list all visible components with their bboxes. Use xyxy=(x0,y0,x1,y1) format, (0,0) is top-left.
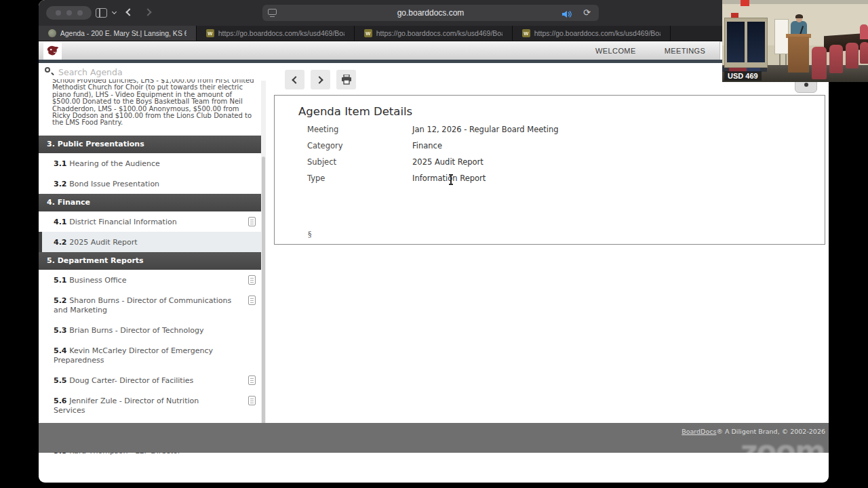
agenda-item-number: 3.1 xyxy=(54,159,69,168)
exit-sign xyxy=(741,0,749,6)
document-icon xyxy=(248,296,256,305)
screen: go.boarddocs.com ⟳ Agenda - 200 E. Mary … xyxy=(0,0,868,488)
detail-field-row: TypeInformation Report xyxy=(307,174,559,183)
zoom-watermark: zoom xyxy=(741,434,825,468)
field-label: Category xyxy=(307,142,412,150)
tab-title: https://go.boarddocs.com/ks/usd469/Board… xyxy=(376,29,503,37)
agenda-item[interactable]: 5.5 Doug Carter- Director of Facilities xyxy=(39,370,262,390)
agenda-item-label: Sharon Burns - Director of Communication… xyxy=(54,296,231,314)
agenda-item-label: Hearing of the Audience xyxy=(69,159,160,168)
card-title: Agenda Item Details xyxy=(298,105,412,118)
podium xyxy=(788,37,809,73)
site-favicon-icon xyxy=(48,29,56,37)
detail-field-row: MeetingJan 12, 2026 - Regular Board Meet… xyxy=(307,125,559,134)
seated-person xyxy=(860,24,868,39)
field-value: Finance xyxy=(412,142,442,150)
reader-view-icon[interactable] xyxy=(268,9,277,15)
search-input[interactable] xyxy=(57,64,247,79)
agenda-item[interactable]: 5.3 Brian Burns - Director of Technology xyxy=(39,320,262,340)
door-glass xyxy=(727,22,745,62)
chevron-down-icon[interactable] xyxy=(112,9,117,14)
red-chair xyxy=(860,42,868,64)
meeting-video-overlay[interactable]: USD 469 xyxy=(722,0,868,82)
document-icon xyxy=(248,217,256,226)
document-icon xyxy=(248,275,256,285)
agenda-item[interactable]: 4.2 2025 Audit Report xyxy=(39,232,262,252)
print-button[interactable] xyxy=(336,70,356,89)
agenda-item[interactable]: 3.1 Hearing of the Audience xyxy=(39,153,262,174)
speaker-hair xyxy=(795,14,803,18)
attachment-glyph[interactable]: § xyxy=(308,230,312,239)
agenda-item-number: 5.3 xyxy=(54,326,69,335)
sidebar-scrollbar-thumb[interactable] xyxy=(262,157,265,439)
forward-icon xyxy=(144,8,151,16)
agenda-item[interactable]: 5.2 Sharon Burns - Director of Communica… xyxy=(39,290,262,320)
red-chair xyxy=(812,47,827,79)
site-nav: WELCOMEMEETINGSAGENDA xyxy=(39,41,829,60)
detail-field-row: Subject2025 Audit Report xyxy=(307,158,559,167)
agenda-list: 3. Public Presentations3.1 Hearing of th… xyxy=(39,136,262,461)
agenda-item-label: Bond Issue Presentation xyxy=(69,180,159,188)
agenda-section-header[interactable]: 3. Public Presentations xyxy=(39,136,262,153)
search-row xyxy=(39,64,262,81)
browser-toolbar: go.boarddocs.com ⟳ xyxy=(39,0,829,26)
agenda-item-number: 4.1 xyxy=(54,218,69,226)
text-cursor xyxy=(450,175,452,184)
district-logo[interactable] xyxy=(43,42,62,60)
agenda-item[interactable]: 5.6 Jennifer Zule - Director of Nutritio… xyxy=(39,390,262,420)
reload-icon[interactable]: ⟳ xyxy=(583,7,591,18)
agenda-item-label: 2025 Audit Report xyxy=(69,238,137,247)
field-value: Jan 12, 2026 - Regular Board Meeting xyxy=(412,125,559,134)
agenda-section-header[interactable]: 5. Department Reports xyxy=(39,252,262,270)
red-chair xyxy=(829,45,843,73)
nav-link-welcome[interactable]: WELCOME xyxy=(581,41,650,60)
detail-field-row: CategoryFinance xyxy=(307,142,559,150)
agenda-item-details-card: Agenda Item Details MeetingJan 12, 2026 … xyxy=(274,95,825,245)
boarddocs-favicon-icon: w xyxy=(364,29,372,37)
url-text[interactable]: go.boarddocs.com xyxy=(262,5,599,21)
agenda-item-number: 5.5 xyxy=(54,376,69,385)
sidebar-toggle-icon[interactable] xyxy=(96,8,107,18)
agenda-item[interactable]: 5.1 Business Office xyxy=(39,270,262,290)
agenda-item-number: 5.4 xyxy=(54,346,69,355)
browser-tab[interactable]: Agenda - 200 E. Mary St.| Lansing, KS 66… xyxy=(39,26,197,41)
back-icon[interactable] xyxy=(125,8,133,16)
tab-title: https://go.boarddocs.com/ks/usd469/Board… xyxy=(218,29,345,37)
agenda-item[interactable]: 5.4 Kevin McCarley Director of Emergency… xyxy=(39,340,262,370)
tab-title: https://go.boarddocs.com/ks/usd469/Board… xyxy=(534,29,661,37)
next-item-button[interactable] xyxy=(311,70,330,89)
nav-link-meetings[interactable]: MEETINGS xyxy=(650,41,720,60)
window-controls[interactable] xyxy=(46,6,92,20)
detail-fields: MeetingJan 12, 2026 - Regular Board Meet… xyxy=(307,125,559,190)
agenda-item[interactable]: 3.2 Bond Issue Presentation xyxy=(39,174,262,194)
field-label: Meeting xyxy=(307,125,412,134)
agenda-item-label: District Financial Information xyxy=(69,218,176,226)
item-nav-buttons xyxy=(285,70,356,89)
agenda-item-label: Brian Burns - Director of Technology xyxy=(69,326,203,335)
tab-title: Agenda - 200 E. Mary St.| Lansing, KS 66… xyxy=(60,29,187,37)
browser-tab[interactable]: whttps://go.boarddocs.com/ks/usd469/Boar… xyxy=(355,26,513,41)
previous-item-button[interactable] xyxy=(285,70,304,89)
tab-bar: Agenda - 200 E. Mary St.| Lansing, KS 66… xyxy=(39,26,829,41)
boarddocs-link[interactable]: BoardDocs xyxy=(682,428,716,435)
red-chair xyxy=(846,43,859,68)
agenda-item-number: 5.2 xyxy=(54,296,69,305)
boarddocs-favicon-icon: w xyxy=(206,29,214,37)
browser-tab[interactable]: whttps://go.boarddocs.com/ks/usd469/Boar… xyxy=(197,26,355,41)
agenda-item-label: Doug Carter- Director of Facilities xyxy=(69,376,193,385)
document-icon xyxy=(248,396,256,405)
agenda-scrolled-text[interactable]: School Provided Lunches, LHS - $1,000.00… xyxy=(52,79,257,129)
meeting-room-doors xyxy=(724,18,768,68)
address-bar[interactable]: go.boarddocs.com ⟳ xyxy=(262,5,599,21)
agenda-item[interactable]: 4.1 District Financial Information xyxy=(39,211,262,232)
document-icon xyxy=(248,375,256,385)
agenda-section-header[interactable]: 4. Finance xyxy=(39,194,262,211)
footer-bar: BoardDocs® A Diligent Brand, © 2002-2026 xyxy=(39,423,829,453)
page-content: School Provided Lunches, LHS - $1,000.00… xyxy=(39,63,829,453)
easel-leg xyxy=(779,54,781,65)
audio-mute-icon[interactable] xyxy=(562,9,572,21)
field-value: 2025 Audit Report xyxy=(412,158,484,167)
browser-tab[interactable]: whttps://go.boarddocs.com/ks/usd469/Boar… xyxy=(513,26,671,41)
field-label: Type xyxy=(307,174,412,183)
sidebar-scrollbar[interactable] xyxy=(261,81,266,440)
